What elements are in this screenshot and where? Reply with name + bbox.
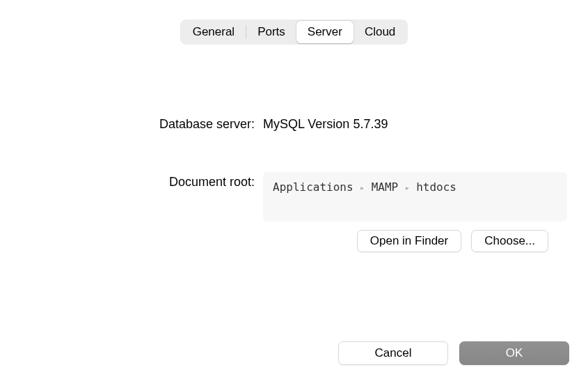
path-segment: Applications bbox=[273, 180, 353, 194]
open-in-finder-button[interactable]: Open in Finder bbox=[357, 230, 461, 252]
document-root-row: Document root: Applications ▹ MAMP ▹ htd… bbox=[21, 172, 567, 222]
database-server-label: Database server: bbox=[21, 114, 263, 132]
path-segment: MAMP bbox=[372, 180, 399, 194]
ok-button[interactable]: OK bbox=[459, 341, 569, 365]
tab-general[interactable]: General bbox=[182, 21, 246, 43]
path-segment: htdocs bbox=[416, 180, 456, 194]
dialog-footer: Cancel OK bbox=[338, 341, 569, 365]
tab-server[interactable]: Server bbox=[296, 21, 353, 43]
tab-ports[interactable]: Ports bbox=[246, 21, 296, 43]
tabs-container: General Ports Server Cloud bbox=[0, 0, 588, 45]
document-root-label: Document root: bbox=[21, 172, 263, 190]
document-root-path-box: Applications ▹ MAMP ▹ htdocs bbox=[263, 172, 567, 222]
database-server-value: MySQL Version 5.7.39 bbox=[263, 114, 388, 132]
document-root-actions: Open in Finder Choose... bbox=[21, 230, 567, 252]
tab-cloud[interactable]: Cloud bbox=[353, 21, 406, 43]
tabs-segmented-control: General Ports Server Cloud bbox=[180, 20, 408, 45]
cancel-button[interactable]: Cancel bbox=[338, 341, 448, 365]
server-settings-panel: Database server: MySQL Version 5.7.39 Do… bbox=[0, 114, 588, 252]
chevron-right-icon: ▹ bbox=[405, 184, 409, 192]
database-server-row: Database server: MySQL Version 5.7.39 bbox=[21, 114, 567, 132]
chevron-right-icon: ▹ bbox=[360, 184, 365, 192]
choose-button[interactable]: Choose... bbox=[471, 230, 548, 252]
